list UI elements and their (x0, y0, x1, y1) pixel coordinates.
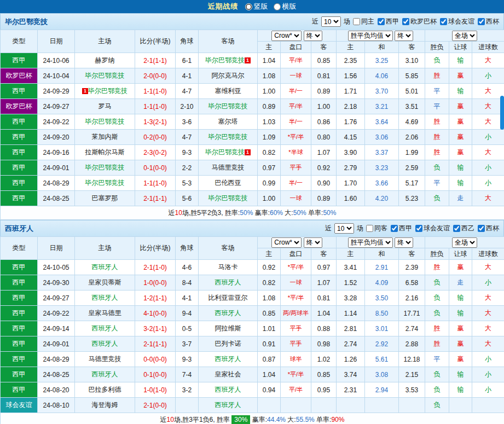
team-name[interactable]: 阿尔克马尔 (212, 72, 245, 79)
filter-checkbox-input[interactable] (415, 225, 422, 232)
team-name[interactable]: 塞尔塔 (218, 118, 238, 125)
avg-away-cell: 3.53 (399, 382, 425, 398)
filter-checkbox[interactable]: 西甲 (378, 17, 399, 26)
team-name[interactable]: 马洛卡 (218, 263, 238, 271)
filter-checkbox[interactable]: 西杯 (478, 224, 499, 233)
filter-checkbox[interactable]: 同主 (353, 17, 374, 26)
team-name[interactable]: 西班牙人 (92, 294, 118, 301)
odds-source-select[interactable]: Crow* (271, 31, 302, 41)
team-name[interactable]: 毕尔巴鄂竞技 (208, 102, 248, 110)
team-name[interactable]: 毕尔巴鄂竞技 (208, 133, 248, 141)
team-name[interactable]: 比利亚雷亚尔 (208, 294, 248, 301)
filter-checkbox[interactable]: 西杯 (478, 17, 499, 26)
filter-checkbox[interactable]: 西甲 (391, 224, 412, 233)
team-name[interactable]: 西班牙人 (92, 324, 118, 332)
odds-away-cell: 1.00 (311, 99, 337, 114)
team-name[interactable]: 海登海姆 (92, 401, 118, 409)
avg-away-cell: 4.69 (399, 114, 425, 130)
avg-final-select[interactable]: 终 (395, 31, 413, 41)
scope-select[interactable]: 全场 (452, 31, 477, 41)
team-name[interactable]: 毕尔巴鄂竞技 (85, 118, 125, 125)
team-name[interactable]: 西班牙人 (215, 355, 241, 363)
team-name[interactable]: 毕尔巴鄂竞技 (88, 87, 128, 95)
avg-source-select[interactable]: 胜平负均值 (348, 31, 393, 41)
team-name[interactable]: 毕尔巴鄂竞技 (208, 194, 248, 202)
games-count-select[interactable]: 10 (321, 16, 341, 27)
team-name[interactable]: 西班牙人 (92, 370, 118, 378)
team-name[interactable]: 马德里竞技 (212, 164, 245, 171)
team-name[interactable]: 塞维利亚 (215, 87, 241, 95)
games-count-select[interactable]: 10 (334, 223, 354, 234)
layout-radio-horizontal[interactable]: 横版 (274, 2, 297, 11)
odds-final-select[interactable]: 终 (304, 31, 322, 41)
avg-source-select[interactable]: 胜平负均值 (348, 237, 393, 248)
home-team-cell: 巴塞罗那 (75, 191, 135, 206)
team-name[interactable]: 西班牙人 (215, 386, 241, 393)
scrollbar-thumb[interactable] (500, 96, 504, 130)
scope-select[interactable]: 全场 (452, 237, 477, 248)
team-name[interactable]: 皇家马德里 (89, 309, 121, 317)
team-name[interactable]: 莱加内斯 (92, 133, 118, 141)
team-name[interactable]: 马德里竞技 (89, 355, 121, 363)
col-date: 日期 (38, 30, 75, 53)
team-name[interactable]: 西班牙人 (215, 309, 241, 317)
col-away: 客场 (199, 30, 258, 53)
filter-checkbox-input[interactable] (478, 18, 485, 25)
layout-radio-vertical-input[interactable] (245, 3, 252, 10)
team-name[interactable]: 罗马 (99, 102, 112, 110)
filter-checkbox-input[interactable] (353, 18, 360, 25)
avg-final-select[interactable]: 终 (395, 237, 413, 248)
sub-handicap: 盘口 (281, 248, 311, 260)
team-name[interactable]: 毕尔巴鄂竞技 (85, 72, 125, 79)
summary-row: 近10场,胜5平2负3, 胜率:50% 赢率:60% 大:50% 单率:50% (1, 206, 504, 220)
filter-checkbox-input[interactable] (402, 18, 409, 25)
avg-home-cell: 2.81 (337, 321, 365, 336)
team-name[interactable]: 毕尔巴鄂竞技 (205, 56, 245, 64)
layout-radio-horizontal-input[interactable] (274, 3, 281, 10)
filter-checkbox[interactable]: 球会友谊 (415, 224, 450, 233)
filter-checkbox-input[interactable] (378, 18, 385, 25)
team-name[interactable]: 巴列卡诺 (215, 340, 241, 347)
avg-home-cell: 1.56 (337, 68, 365, 84)
result-handicap-cell: 赢 (449, 99, 472, 114)
team-name[interactable]: 赫罗纳 (95, 56, 115, 64)
team-name[interactable]: 巴伦西亚 (215, 179, 241, 187)
away-team-cell: 毕尔巴鄂竞技 (199, 99, 258, 114)
corners-cell: 4-7 (176, 130, 199, 145)
filter-checkbox-input[interactable] (478, 225, 485, 232)
sub-goals: 进球数 (472, 42, 504, 53)
team-name[interactable]: 皇家贝蒂斯 (89, 278, 121, 286)
team-name[interactable]: 拉斯帕尔马斯 (85, 148, 125, 156)
filter-checkbox[interactable]: 西乙 (453, 224, 474, 233)
team-name[interactable]: 巴拉多利德 (89, 386, 121, 393)
league-cell: 西甲 (1, 260, 38, 275)
avg-away-cell: 5.85 (399, 68, 425, 84)
avg-draw-cell: 3.08 (365, 367, 399, 382)
team-name[interactable]: 阿拉维斯 (215, 324, 241, 332)
team-name[interactable]: 西班牙人 (215, 401, 241, 409)
odds-source-select[interactable]: Crow* (271, 237, 302, 248)
team-name[interactable]: 毕尔巴鄂竞技 (85, 179, 125, 187)
odds-away-cell: 0.89 (311, 84, 337, 99)
filter-checkbox-input[interactable] (391, 225, 398, 232)
team-name[interactable]: 巴塞罗那 (92, 194, 118, 202)
team-name[interactable]: 皇家社会 (215, 370, 241, 378)
filter-checkbox[interactable]: 球会友谊 (440, 17, 474, 26)
team-name[interactable]: 西班牙人 (92, 263, 118, 271)
filter-checkbox-label: 西杯 (486, 17, 499, 26)
home-team-cell: 西班牙人 (75, 321, 135, 336)
filter-checkbox-input[interactable] (453, 225, 460, 232)
avg-away-cell: 2.16 (399, 291, 425, 306)
team-name[interactable]: 西班牙人 (215, 278, 241, 286)
layout-radio-vertical[interactable]: 竖版 (245, 2, 268, 11)
filter-checkbox-input[interactable] (440, 18, 447, 25)
filter-checkbox-input[interactable] (366, 225, 373, 232)
team-name[interactable]: 毕尔巴鄂竞技 (205, 148, 245, 156)
odds-away-cell: 0.97 (311, 260, 337, 275)
team-name[interactable]: 毕尔巴鄂竞技 (85, 164, 125, 171)
handicap-cell: 一球 (281, 191, 311, 206)
team-name[interactable]: 西班牙人 (92, 340, 118, 347)
filter-checkbox[interactable]: 同客 (366, 224, 387, 233)
filter-checkbox[interactable]: 欧罗巴杯 (402, 17, 437, 26)
odds-final-select[interactable]: 终 (304, 237, 322, 248)
